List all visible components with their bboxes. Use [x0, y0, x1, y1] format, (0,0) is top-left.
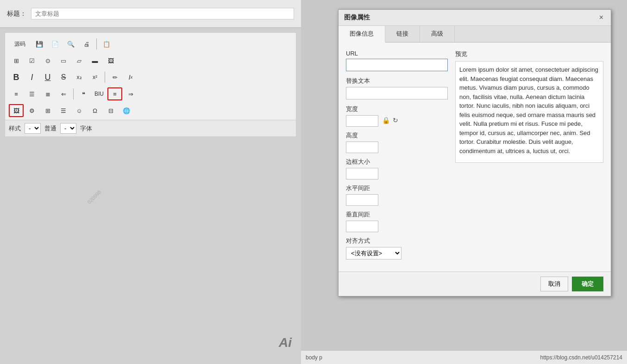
dialog-left-column: URL 替换文本 宽度 🔒 ↻ 高度	[346, 50, 448, 264]
toolbar-row-2: ⊞ ☑ ⊙ ▭ ▱ ▬ 🖼	[9, 53, 292, 68]
border-label: 边框大小	[346, 158, 448, 166]
quote-button[interactable]: ❝	[76, 87, 91, 100]
watermark: 020998	[86, 189, 102, 205]
align-select[interactable]: <没有设置> 左 右 居中	[346, 247, 401, 259]
underline-button[interactable]: U	[40, 71, 55, 84]
toolbar-row-1: 源码 💾 📄 🔍 🖨 📋	[9, 37, 292, 51]
size-row-width: 宽度 🔒 ↻	[346, 105, 448, 127]
lock-refresh-group: 🔒 ↻	[382, 117, 398, 124]
print-button[interactable]: 🖨	[79, 37, 94, 50]
status-left: body p	[306, 354, 322, 361]
superscript-button[interactable]: x²	[88, 71, 102, 84]
brush-button[interactable]: ✏	[107, 71, 122, 84]
preview-label: 预览	[455, 50, 603, 58]
refresh-icon[interactable]: ↻	[393, 117, 398, 124]
hspace-group: 水平间距	[346, 184, 448, 206]
height-label: 高度	[346, 131, 448, 140]
frame1-button[interactable]: ▭	[56, 54, 71, 67]
dialog-tabs: 图像信息 链接 高级	[339, 26, 611, 43]
list-num-button[interactable]: ≣	[40, 87, 55, 100]
format-select[interactable]: -	[60, 123, 76, 134]
indent-button[interactable]: ≡	[9, 87, 24, 100]
clear-format-button[interactable]: Ix	[123, 71, 138, 84]
toolbar-bottom-bar: 样式 - 普通 - 字体	[5, 120, 296, 136]
font-label: 字体	[80, 124, 92, 133]
bold-button[interactable]: B	[9, 71, 24, 84]
tab-image-info[interactable]: 图像信息	[339, 26, 385, 43]
list-bullet-button[interactable]: ☰	[25, 87, 39, 100]
title-bar: 标题：	[0, 0, 301, 28]
source-button[interactable]: 源码	[9, 37, 31, 50]
hspace-input[interactable]	[346, 194, 378, 206]
format-label: 普通	[44, 124, 56, 133]
radio-button[interactable]: ⊙	[40, 54, 55, 67]
image-btn2[interactable]: 🖼	[103, 54, 118, 67]
list2-button[interactable]: ⊟	[103, 104, 118, 117]
vspace-input[interactable]	[346, 221, 378, 232]
cancel-button[interactable]: 取消	[540, 277, 568, 291]
strikethrough-button[interactable]: S	[56, 71, 71, 84]
style-select[interactable]: -	[25, 123, 41, 134]
checkbox-button[interactable]: ☑	[25, 54, 39, 67]
smiley-button[interactable]: ☺	[72, 104, 87, 117]
subscript-button[interactable]: x₂	[72, 71, 87, 84]
alt-input[interactable]	[346, 87, 448, 99]
preview-button[interactable]: 📋	[99, 37, 114, 50]
url-label: URL	[346, 50, 448, 57]
table-button[interactable]: ⊞	[9, 54, 24, 67]
border-input[interactable]	[346, 168, 378, 179]
toolbar-row-4: ≡ ☰ ≣ ⇐ ❝ BIU ≡ ⇒	[9, 86, 292, 101]
style-label: 样式	[9, 124, 21, 133]
vspace-group: 垂直间距	[346, 210, 448, 232]
ok-button[interactable]: 确定	[572, 277, 603, 291]
plugin-button[interactable]: ⚙	[25, 104, 39, 117]
table3-button[interactable]: ⊞	[40, 104, 55, 117]
alt-label: 替换文本	[346, 77, 448, 85]
globe-button[interactable]: 🌐	[119, 104, 134, 117]
tab-link[interactable]: 链接	[385, 26, 420, 42]
width-group: 宽度	[346, 105, 378, 127]
special-char-button[interactable]: Ω	[88, 104, 102, 117]
dialog-title: 图像属性	[344, 13, 370, 22]
status-right: https://blog.csdn.net/u014257214	[540, 354, 622, 361]
search-button[interactable]: 🔍	[63, 37, 78, 50]
align-right-button[interactable]: ⇒	[123, 87, 138, 100]
new-button[interactable]: 📄	[48, 37, 63, 50]
separator-2	[105, 72, 105, 83]
tab-advanced[interactable]: 高级	[420, 26, 455, 42]
dialog-title-bar: 图像属性 ×	[339, 10, 611, 26]
ai-label: Ai	[279, 335, 292, 350]
image-button[interactable]: 🖼	[9, 104, 24, 117]
title-label: 标题：	[7, 10, 26, 18]
title-input[interactable]	[31, 8, 294, 19]
border-group: 边框大小	[346, 158, 448, 179]
italic-button[interactable]: I	[25, 71, 39, 84]
save-button[interactable]: 💾	[32, 37, 47, 50]
frame2-button[interactable]: ▱	[72, 54, 87, 67]
separator-1	[96, 38, 97, 49]
separator-3	[73, 88, 74, 99]
width-label: 宽度	[346, 105, 378, 113]
lock-icon[interactable]: 🔒	[382, 117, 390, 124]
align-label: 对齐方式	[346, 237, 448, 245]
image-properties-dialog: 图像属性 × 图像信息 链接 高级 URL 替换文本 宽度 🔒	[338, 9, 611, 296]
dialog-close-button[interactable]: ×	[597, 13, 605, 22]
toolbar-row-5: 🖼 ⚙ ⊞ ☰ ☺ Ω ⊟ 🌐	[9, 103, 292, 118]
toolbar-row-3: B I U S x₂ x² ✏ Ix	[9, 70, 292, 85]
color-button[interactable]: ▬	[88, 54, 102, 67]
status-bar: body p https://blog.csdn.net/u014257214	[301, 350, 627, 364]
vspace-label: 垂直间距	[346, 210, 448, 219]
align-left-button[interactable]: ⇐	[56, 87, 71, 100]
hspace-label: 水平间距	[346, 184, 448, 192]
url-input[interactable]	[346, 59, 448, 71]
preview-box: Lorem ipsum dolor sit amet, consectetuer…	[455, 61, 603, 163]
align-group: 对齐方式 <没有设置> 左 右 居中	[346, 237, 448, 259]
height-input[interactable]	[346, 142, 378, 153]
align-center-button[interactable]: ≡	[107, 87, 122, 100]
height-group: 高度	[346, 131, 448, 153]
dialog-footer: 取消 确定	[339, 271, 611, 296]
symbol-button[interactable]: BIU	[92, 87, 107, 100]
rule-button[interactable]: ☰	[56, 104, 71, 117]
width-input[interactable]	[346, 115, 378, 127]
editor-panel: 标题： 源码 💾 📄 🔍 🖨 📋 ⊞ ☑ ⊙ ▭ ▱ ▬ 🖼 B I	[0, 0, 301, 364]
